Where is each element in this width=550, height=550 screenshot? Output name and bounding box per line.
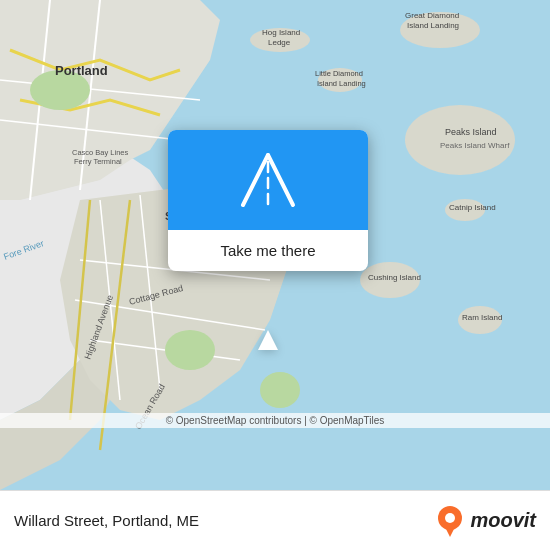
- take-me-there-button[interactable]: Take me there: [168, 230, 368, 271]
- svg-text:Portland: Portland: [55, 63, 108, 78]
- svg-text:Cushing Island: Cushing Island: [368, 273, 421, 282]
- svg-text:Island Landing: Island Landing: [317, 79, 366, 88]
- bottom-bar: Willard Street, Portland, ME moovit: [0, 490, 550, 550]
- svg-point-52: [445, 513, 455, 523]
- svg-point-22: [405, 105, 515, 175]
- moovit-wordmark: moovit: [470, 509, 536, 532]
- moovit-pin-icon: [434, 505, 466, 537]
- svg-text:Little Diamond: Little Diamond: [315, 69, 363, 78]
- svg-text:Great Diamond: Great Diamond: [405, 11, 459, 20]
- svg-text:Ledge: Ledge: [268, 38, 291, 47]
- svg-marker-53: [445, 527, 455, 537]
- map-attribution: © OpenStreetMap contributors | © OpenMap…: [0, 413, 550, 428]
- map-container: Cottage Road Highland Avenue Ocean Road …: [0, 0, 550, 490]
- svg-point-20: [165, 330, 215, 370]
- road-icon: [238, 150, 298, 210]
- svg-text:Peaks Island: Peaks Island: [445, 127, 497, 137]
- svg-text:Catnip Island: Catnip Island: [449, 203, 496, 212]
- moovit-logo: moovit: [434, 505, 536, 537]
- svg-line-47: [268, 155, 293, 205]
- svg-text:Casco Bay Lines: Casco Bay Lines: [72, 148, 129, 157]
- svg-text:Peaks Island Wharf: Peaks Island Wharf: [440, 141, 510, 150]
- svg-text:Ferry Terminal: Ferry Terminal: [74, 157, 122, 166]
- svg-text:Island Landing: Island Landing: [407, 21, 459, 30]
- location-text: Willard Street, Portland, ME: [14, 512, 434, 529]
- popup-card: Take me there: [168, 130, 368, 271]
- svg-point-21: [260, 372, 300, 408]
- svg-text:Ram Island: Ram Island: [462, 313, 502, 322]
- popup-icon-area: [168, 130, 368, 230]
- svg-line-46: [243, 155, 268, 205]
- svg-text:Hog Island: Hog Island: [262, 28, 300, 37]
